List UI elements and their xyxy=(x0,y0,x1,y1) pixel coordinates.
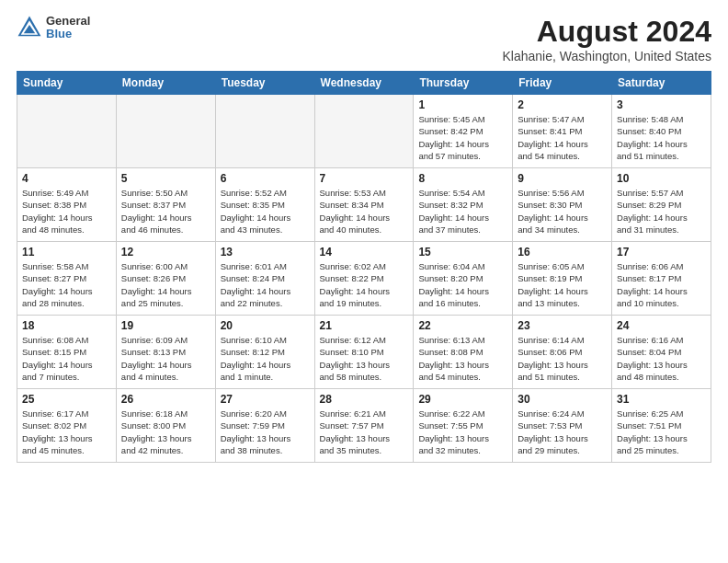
weekday-header: Thursday xyxy=(414,72,513,95)
day-number: 14 xyxy=(320,246,409,259)
calendar-week-row: 4Sunrise: 5:49 AM Sunset: 8:38 PM Daylig… xyxy=(17,168,711,242)
day-number: 1 xyxy=(418,98,507,111)
calendar-cell: 1Sunrise: 5:45 AM Sunset: 8:42 PM Daylig… xyxy=(414,95,513,168)
calendar-cell: 24Sunrise: 6:16 AM Sunset: 8:04 PM Dayli… xyxy=(612,316,711,389)
main-title: August 2024 xyxy=(502,15,711,49)
day-number: 28 xyxy=(320,393,409,406)
calendar-cell: 15Sunrise: 6:04 AM Sunset: 8:20 PM Dayli… xyxy=(414,242,513,316)
calendar-week-row: 11Sunrise: 5:58 AM Sunset: 8:27 PM Dayli… xyxy=(17,242,711,316)
day-info: Sunrise: 6:10 AM Sunset: 8:12 PM Dayligh… xyxy=(221,334,310,383)
calendar-cell: 27Sunrise: 6:20 AM Sunset: 7:59 PM Dayli… xyxy=(215,389,314,463)
day-info: Sunrise: 6:01 AM Sunset: 8:24 PM Dayligh… xyxy=(221,260,310,309)
day-info: Sunrise: 5:58 AM Sunset: 8:27 PM Dayligh… xyxy=(22,260,111,309)
day-info: Sunrise: 5:49 AM Sunset: 8:38 PM Dayligh… xyxy=(22,187,111,236)
header: General Blue August 2024 Klahanie, Washi… xyxy=(17,15,711,63)
day-info: Sunrise: 5:47 AM Sunset: 8:41 PM Dayligh… xyxy=(518,113,607,162)
day-number: 20 xyxy=(221,319,310,332)
day-number: 17 xyxy=(617,246,706,259)
calendar-cell: 29Sunrise: 6:22 AM Sunset: 7:55 PM Dayli… xyxy=(414,389,513,463)
day-info: Sunrise: 6:08 AM Sunset: 8:15 PM Dayligh… xyxy=(22,334,111,383)
calendar-week-row: 18Sunrise: 6:08 AM Sunset: 8:15 PM Dayli… xyxy=(17,316,711,389)
calendar-cell: 30Sunrise: 6:24 AM Sunset: 7:53 PM Dayli… xyxy=(513,389,612,463)
day-info: Sunrise: 6:25 AM Sunset: 7:51 PM Dayligh… xyxy=(617,408,706,456)
weekday-header: Friday xyxy=(513,72,612,95)
day-info: Sunrise: 6:24 AM Sunset: 7:53 PM Dayligh… xyxy=(518,408,607,456)
weekday-header: Sunday xyxy=(17,72,117,95)
day-info: Sunrise: 6:14 AM Sunset: 8:06 PM Dayligh… xyxy=(518,334,607,383)
day-info: Sunrise: 6:20 AM Sunset: 7:59 PM Dayligh… xyxy=(221,408,310,456)
day-number: 18 xyxy=(22,319,111,332)
day-info: Sunrise: 6:04 AM Sunset: 8:20 PM Dayligh… xyxy=(418,260,507,309)
calendar-cell: 23Sunrise: 6:14 AM Sunset: 8:06 PM Dayli… xyxy=(513,316,612,389)
day-info: Sunrise: 6:09 AM Sunset: 8:13 PM Dayligh… xyxy=(121,334,210,383)
day-number: 12 xyxy=(121,246,210,259)
day-number: 2 xyxy=(518,98,607,111)
day-info: Sunrise: 5:48 AM Sunset: 8:40 PM Dayligh… xyxy=(617,113,706,162)
day-info: Sunrise: 5:45 AM Sunset: 8:42 PM Dayligh… xyxy=(418,113,507,162)
calendar-header-row: SundayMondayTuesdayWednesdayThursdayFrid… xyxy=(17,72,711,95)
calendar-week-row: 25Sunrise: 6:17 AM Sunset: 8:02 PM Dayli… xyxy=(17,389,711,463)
day-number: 27 xyxy=(221,393,310,406)
calendar: SundayMondayTuesdayWednesdayThursdayFrid… xyxy=(17,71,711,463)
day-number: 9 xyxy=(518,172,607,185)
day-number: 10 xyxy=(617,172,706,185)
weekday-header: Monday xyxy=(116,72,215,95)
day-number: 16 xyxy=(518,246,607,259)
day-info: Sunrise: 6:17 AM Sunset: 8:02 PM Dayligh… xyxy=(22,408,111,456)
day-number: 3 xyxy=(617,98,706,111)
calendar-cell xyxy=(215,95,314,168)
calendar-cell: 2Sunrise: 5:47 AM Sunset: 8:41 PM Daylig… xyxy=(513,95,612,168)
day-number: 15 xyxy=(418,246,507,259)
calendar-cell: 12Sunrise: 6:00 AM Sunset: 8:26 PM Dayli… xyxy=(116,242,215,316)
day-number: 21 xyxy=(320,319,409,332)
day-info: Sunrise: 5:57 AM Sunset: 8:29 PM Dayligh… xyxy=(617,187,706,236)
day-number: 11 xyxy=(22,246,111,259)
day-number: 30 xyxy=(518,393,607,406)
day-info: Sunrise: 6:13 AM Sunset: 8:08 PM Dayligh… xyxy=(418,334,507,383)
calendar-cell: 7Sunrise: 5:53 AM Sunset: 8:34 PM Daylig… xyxy=(314,168,414,242)
logo-icon xyxy=(17,15,42,40)
title-block: August 2024 Klahanie, Washington, United… xyxy=(502,15,711,63)
logo: General Blue xyxy=(17,15,90,41)
calendar-cell xyxy=(17,95,117,168)
day-number: 31 xyxy=(617,393,706,406)
weekday-header: Saturday xyxy=(612,72,711,95)
day-info: Sunrise: 6:05 AM Sunset: 8:19 PM Dayligh… xyxy=(518,260,607,309)
day-number: 26 xyxy=(121,393,210,406)
day-number: 22 xyxy=(418,319,507,332)
calendar-cell: 4Sunrise: 5:49 AM Sunset: 8:38 PM Daylig… xyxy=(17,168,117,242)
calendar-week-row: 1Sunrise: 5:45 AM Sunset: 8:42 PM Daylig… xyxy=(17,95,711,168)
calendar-cell xyxy=(116,95,215,168)
day-info: Sunrise: 5:56 AM Sunset: 8:30 PM Dayligh… xyxy=(518,187,607,236)
day-number: 29 xyxy=(418,393,507,406)
calendar-cell: 8Sunrise: 5:54 AM Sunset: 8:32 PM Daylig… xyxy=(414,168,513,242)
calendar-cell: 9Sunrise: 5:56 AM Sunset: 8:30 PM Daylig… xyxy=(513,168,612,242)
calendar-cell: 18Sunrise: 6:08 AM Sunset: 8:15 PM Dayli… xyxy=(17,316,117,389)
calendar-cell xyxy=(314,95,414,168)
calendar-cell: 11Sunrise: 5:58 AM Sunset: 8:27 PM Dayli… xyxy=(17,242,117,316)
day-number: 24 xyxy=(617,319,706,332)
calendar-cell: 5Sunrise: 5:50 AM Sunset: 8:37 PM Daylig… xyxy=(116,168,215,242)
day-info: Sunrise: 6:12 AM Sunset: 8:10 PM Dayligh… xyxy=(320,334,409,383)
day-number: 8 xyxy=(418,172,507,185)
day-number: 19 xyxy=(121,319,210,332)
logo-text: General Blue xyxy=(46,15,90,41)
calendar-cell: 28Sunrise: 6:21 AM Sunset: 7:57 PM Dayli… xyxy=(314,389,414,463)
day-number: 6 xyxy=(221,172,310,185)
calendar-cell: 20Sunrise: 6:10 AM Sunset: 8:12 PM Dayli… xyxy=(215,316,314,389)
day-info: Sunrise: 5:53 AM Sunset: 8:34 PM Dayligh… xyxy=(320,187,409,236)
day-number: 23 xyxy=(518,319,607,332)
calendar-cell: 17Sunrise: 6:06 AM Sunset: 8:17 PM Dayli… xyxy=(612,242,711,316)
calendar-cell: 19Sunrise: 6:09 AM Sunset: 8:13 PM Dayli… xyxy=(116,316,215,389)
day-number: 4 xyxy=(22,172,111,185)
calendar-cell: 31Sunrise: 6:25 AM Sunset: 7:51 PM Dayli… xyxy=(612,389,711,463)
calendar-cell: 3Sunrise: 5:48 AM Sunset: 8:40 PM Daylig… xyxy=(612,95,711,168)
day-number: 7 xyxy=(320,172,409,185)
day-info: Sunrise: 5:50 AM Sunset: 8:37 PM Dayligh… xyxy=(121,187,210,236)
logo-general-text: General xyxy=(46,15,90,28)
weekday-header: Tuesday xyxy=(215,72,314,95)
calendar-cell: 13Sunrise: 6:01 AM Sunset: 8:24 PM Dayli… xyxy=(215,242,314,316)
day-info: Sunrise: 6:00 AM Sunset: 8:26 PM Dayligh… xyxy=(121,260,210,309)
calendar-cell: 6Sunrise: 5:52 AM Sunset: 8:35 PM Daylig… xyxy=(215,168,314,242)
day-info: Sunrise: 5:52 AM Sunset: 8:35 PM Dayligh… xyxy=(221,187,310,236)
